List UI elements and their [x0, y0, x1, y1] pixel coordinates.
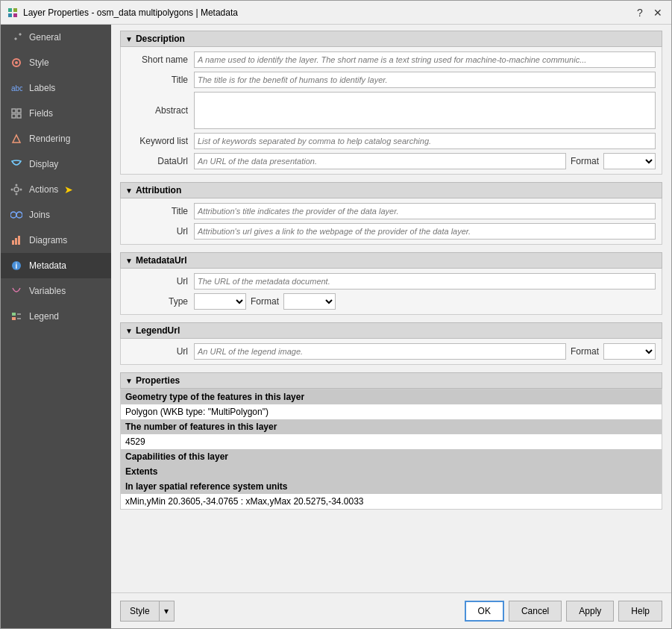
short-name-row: Short name [127, 51, 656, 68]
description-section: ▼ Description Short name Title [120, 31, 662, 175]
attribution-header[interactable]: ▼ Attribution [120, 182, 662, 198]
attr-title-label: Title [127, 206, 194, 216]
svg-text:i: i [16, 262, 18, 270]
svg-rect-19 [15, 238, 17, 245]
svg-rect-3 [13, 13, 17, 17]
main-window: Layer Properties - osm_data multipolygon… [0, 0, 672, 629]
meta-format-label: Format [251, 296, 279, 307]
attribution-section: ▼ Attribution Title Url [120, 182, 662, 245]
arrow-indicator: ➤ [64, 184, 73, 195]
ok-button[interactable]: OK [465, 601, 504, 622]
svg-point-12 [16, 184, 18, 187]
cancel-button[interactable]: Cancel [509, 601, 562, 622]
sidebar-label-general: General [29, 32, 61, 43]
wrench-icon [10, 31, 23, 44]
meta-type-label: Type [127, 296, 194, 307]
svg-rect-8 [17, 109, 21, 113]
format-label-desc: Format [571, 156, 599, 166]
keyword-row: Keyword list [127, 133, 656, 149]
sidebar-item-legend[interactable]: Legend [1, 304, 111, 329]
help-bottom-button[interactable]: Help [618, 601, 662, 622]
legend-icon [10, 310, 23, 323]
attr-title-row: Title [127, 203, 656, 219]
content-area: ▼ Description Short name Title [111, 25, 671, 592]
attr-title-input[interactable] [194, 203, 656, 219]
sidebar-item-variables[interactable]: Variables [1, 278, 111, 304]
sidebar-label-variables: Variables [29, 286, 66, 296]
sidebar-item-general[interactable]: General [1, 25, 111, 50]
sidebar-item-actions[interactable]: Actions ➤ [1, 177, 111, 202]
meta-type-select[interactable] [194, 293, 246, 310]
svg-rect-2 [8, 13, 12, 17]
svg-text:abc: abc [11, 84, 22, 93]
sidebar-label-style: Style [29, 57, 49, 68]
description-header[interactable]: ▼ Description [120, 31, 662, 47]
sidebar-item-display[interactable]: Display [1, 151, 111, 177]
dataurl-label: DataUrl [127, 156, 194, 166]
display-icon [10, 157, 23, 171]
help-button[interactable]: ? [632, 5, 647, 20]
legendurl-title: LegendUrl [136, 325, 180, 336]
bottom-bar: Style ▾ OK Cancel Apply Help [111, 592, 671, 628]
sidebar-item-metadata[interactable]: i Metadata [1, 253, 111, 278]
attr-url-input[interactable] [194, 223, 656, 240]
svg-rect-7 [12, 109, 16, 113]
abstract-input[interactable] [194, 92, 656, 129]
dataurl-input[interactable] [194, 153, 566, 169]
svg-rect-18 [12, 240, 14, 245]
main-content: General Style abc Labels Fi [1, 25, 671, 628]
legendurl-header[interactable]: ▼ LegendUrl [120, 322, 662, 339]
style-btn-group: Style ▾ [120, 601, 175, 622]
style-dropdown-arrow[interactable]: ▾ [160, 601, 175, 622]
meta-format-select[interactable] [283, 293, 336, 310]
sidebar-item-rendering[interactable]: Rendering [1, 126, 111, 151]
paint-icon [10, 56, 23, 69]
close-button[interactable]: ✕ [650, 5, 665, 20]
prop-item: The number of features in this layer [121, 419, 662, 434]
info-icon: i [10, 259, 23, 272]
metadataurl-header[interactable]: ▼ MetadataUrl [120, 252, 662, 269]
right-panel: ▼ Description Short name Title [111, 25, 671, 628]
abstract-label: Abstract [127, 105, 194, 116]
svg-point-13 [16, 193, 18, 195]
legend-url-input[interactable] [194, 343, 566, 360]
short-name-label: Short name [127, 54, 194, 65]
prop-item: Polygon (WKB type: "MultiPolygon") [121, 404, 662, 419]
sidebar-item-diagrams[interactable]: Diagrams [1, 228, 111, 253]
title-row: Title [127, 72, 656, 88]
legend-url-row: Url Format [127, 343, 656, 360]
meta-url-label: Url [127, 276, 194, 287]
legendurl-content: Url Format [120, 339, 662, 365]
sidebar-item-joins[interactable]: Joins [1, 202, 111, 228]
variables-icon [10, 284, 23, 298]
svg-rect-9 [12, 114, 16, 118]
properties-header[interactable]: ▼ Properties [120, 372, 662, 389]
sidebar-item-labels[interactable]: abc Labels [1, 75, 111, 101]
keyword-input[interactable] [194, 133, 656, 149]
legendurl-section: ▼ LegendUrl Url Format [120, 322, 662, 365]
style-button[interactable]: Style [120, 601, 160, 622]
meta-url-input[interactable] [194, 273, 656, 290]
sidebar: General Style abc Labels Fi [1, 25, 111, 628]
rendering-icon [10, 132, 23, 145]
prop-item: Capabilities of this layer [121, 449, 662, 464]
legend-format-select[interactable] [603, 343, 656, 360]
format-select-desc[interactable] [603, 153, 656, 169]
sidebar-label-rendering: Rendering [29, 134, 70, 144]
short-name-input[interactable] [194, 51, 656, 68]
svg-point-15 [20, 189, 22, 191]
svg-point-14 [11, 189, 13, 191]
sidebar-item-fields[interactable]: Fields [1, 101, 111, 126]
joins-icon [10, 208, 23, 222]
description-content: Short name Title Abstract [120, 47, 662, 175]
abstract-row: Abstract [127, 92, 656, 129]
apply-button[interactable]: Apply [566, 601, 614, 622]
sidebar-item-style[interactable]: Style [1, 50, 111, 75]
svg-rect-10 [17, 114, 21, 118]
legend-url-group: Format [194, 343, 656, 360]
properties-collapse-arrow: ▼ [125, 377, 133, 385]
desc-title-input[interactable] [194, 72, 656, 88]
legend-url-label: Url [127, 346, 194, 357]
action-buttons: OK Cancel Apply Help [465, 601, 662, 622]
svg-point-16 [10, 212, 16, 218]
